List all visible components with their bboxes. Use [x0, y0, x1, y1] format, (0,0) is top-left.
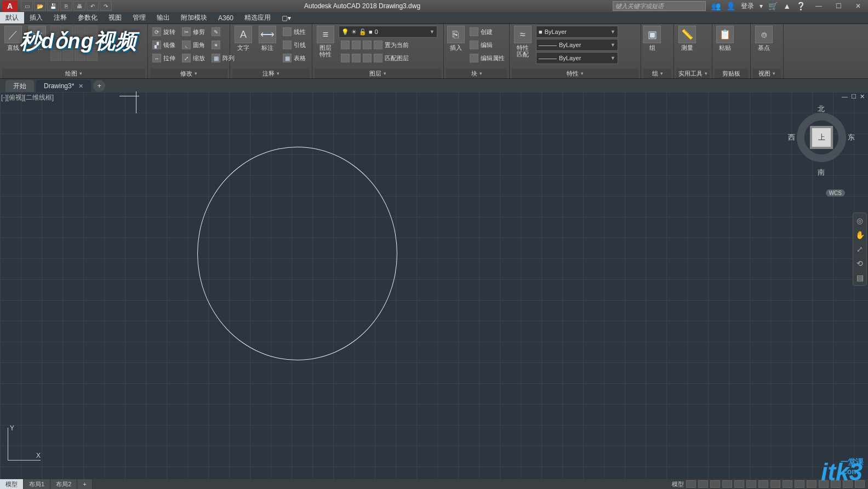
- viewcube-east[interactable]: 东: [848, 133, 855, 142]
- minimize-button[interactable]: —: [809, 0, 829, 12]
- snap-toggle-icon[interactable]: [698, 480, 708, 488]
- paste-button[interactable]: 📋粘贴: [715, 26, 735, 51]
- signin-icon[interactable]: 👥: [711, 2, 721, 10]
- drawing-tab[interactable]: Drawing3*✕: [36, 80, 91, 92]
- status-model-label[interactable]: 模型: [672, 480, 684, 488]
- match-layer-button[interactable]: 匹配图层: [339, 52, 441, 64]
- nav-zoom-icon[interactable]: ⤢: [856, 245, 863, 254]
- insert-block-button[interactable]: ⎘插入: [446, 26, 465, 51]
- wcs-badge[interactable]: WCS: [826, 189, 845, 197]
- add-layout-button[interactable]: +: [77, 479, 92, 489]
- panel-block-footer[interactable]: 块: [446, 68, 507, 78]
- panel-view-footer[interactable]: 视图: [753, 68, 781, 78]
- undo-icon[interactable]: ↶: [87, 1, 99, 11]
- tab-insert[interactable]: 插入: [24, 12, 48, 24]
- cut-icon[interactable]: [737, 26, 748, 37]
- panel-modify-footer[interactable]: 修改: [150, 68, 227, 78]
- color-dropdown[interactable]: ■ByLayer▼: [536, 26, 618, 38]
- vp-min-icon[interactable]: —: [842, 93, 848, 100]
- redo-icon[interactable]: ↷: [100, 1, 112, 11]
- tab-featured[interactable]: 精选应用: [239, 12, 276, 24]
- login-arrow-icon[interactable]: ▾: [760, 2, 763, 10]
- edit-block-button[interactable]: 编辑: [467, 39, 507, 51]
- cycling-icon[interactable]: [783, 480, 792, 488]
- stretch-button[interactable]: ↔拉伸: [150, 52, 178, 64]
- exchange-icon[interactable]: 🛒: [768, 2, 778, 10]
- table-button[interactable]: ▦表格: [281, 52, 308, 64]
- scale-button[interactable]: ⤢缩放: [180, 52, 207, 64]
- lineweight-dropdown[interactable]: ———ByLayer▼: [536, 39, 618, 51]
- panel-draw-footer[interactable]: 绘图: [2, 68, 145, 78]
- layout1-tab[interactable]: 布局1: [24, 479, 50, 489]
- search-input[interactable]: 键入关键字或短语: [613, 1, 706, 11]
- annoscale-icon[interactable]: [795, 480, 804, 488]
- help-icon[interactable]: ❔: [796, 2, 806, 10]
- panel-annotation-footer[interactable]: 注释: [232, 68, 310, 78]
- dimension-button[interactable]: ⟷标注: [256, 26, 278, 51]
- linear-button[interactable]: 线性: [281, 26, 308, 38]
- fillet-button[interactable]: ◟圆角: [180, 39, 207, 51]
- tab-a360[interactable]: A360: [213, 12, 239, 24]
- maximize-button[interactable]: ☐: [829, 0, 848, 12]
- otrack-toggle-icon[interactable]: [746, 480, 756, 488]
- layout2-tab[interactable]: 布局2: [50, 479, 77, 489]
- viewcube-west[interactable]: 西: [788, 133, 795, 142]
- panel-clipboard-footer[interactable]: 剪贴板: [715, 68, 748, 78]
- panel-group-footer[interactable]: 组: [643, 68, 671, 78]
- nav-pan-icon[interactable]: ✋: [855, 231, 865, 239]
- nav-showmotion-icon[interactable]: ▤: [856, 273, 864, 282]
- layer-props-button[interactable]: ≡图层 特性: [315, 26, 336, 57]
- edit-attr-button[interactable]: 编辑属性: [467, 52, 507, 64]
- model-tab[interactable]: 模型: [0, 479, 24, 489]
- mirror-button[interactable]: ▞镜像: [150, 39, 178, 51]
- tab-output[interactable]: 输出: [151, 12, 175, 24]
- rotate-button[interactable]: ⟳旋转: [150, 26, 178, 38]
- linetype-dropdown[interactable]: ———ByLayer▼: [536, 52, 618, 64]
- group-sub2-icon[interactable]: [663, 38, 674, 49]
- panel-properties-footer[interactable]: 特性: [512, 68, 638, 78]
- vp-close-icon[interactable]: ✕: [860, 93, 865, 100]
- viewcube-north[interactable]: 北: [818, 104, 825, 114]
- tab-overflow-icon[interactable]: ▢▾: [276, 12, 296, 24]
- panel-utilities-footer[interactable]: 实用工具: [676, 68, 710, 78]
- user-icon[interactable]: 👤: [726, 2, 735, 10]
- grid-toggle-icon[interactable]: [686, 480, 696, 488]
- lwt-toggle-icon[interactable]: [758, 480, 768, 488]
- panel-layer-footer[interactable]: 图层: [315, 68, 441, 78]
- viewcube[interactable]: 上 北 南 东 西: [791, 107, 852, 168]
- leader-button[interactable]: 引线: [281, 39, 308, 51]
- nav-orbit-icon[interactable]: ⟲: [856, 259, 863, 268]
- create-block-button[interactable]: 创建: [467, 26, 507, 38]
- copy-icon[interactable]: [737, 38, 748, 49]
- saveas-icon[interactable]: ⎘: [60, 1, 72, 11]
- basepoint-button[interactable]: ⌾基点: [753, 26, 775, 51]
- plot-icon[interactable]: 🖶: [73, 1, 85, 11]
- tab-view[interactable]: 视图: [103, 12, 127, 24]
- nav-wheel-icon[interactable]: ◎: [856, 216, 863, 225]
- workspace-icon[interactable]: [807, 480, 816, 488]
- viewcube-top[interactable]: 上: [812, 128, 831, 147]
- tab-default[interactable]: 默认: [0, 12, 24, 24]
- group-button[interactable]: ▣组: [643, 26, 661, 51]
- tab-annotate[interactable]: 注释: [48, 12, 72, 24]
- vp-max-icon[interactable]: ☐: [851, 93, 856, 100]
- polar-toggle-icon[interactable]: [722, 480, 732, 488]
- group-sub1-icon[interactable]: [663, 26, 674, 37]
- text-button[interactable]: A文字: [232, 26, 254, 51]
- viewcube-south[interactable]: 南: [818, 168, 825, 177]
- viewport-label[interactable]: [-][俯视][二维线框]: [1, 93, 54, 102]
- login-label[interactable]: 登录: [741, 2, 754, 11]
- make-current-button[interactable]: 置为当前: [339, 39, 441, 51]
- close-button[interactable]: ✕: [848, 0, 868, 12]
- open-icon[interactable]: 📂: [34, 1, 46, 11]
- match-props-button[interactable]: ≈特性 匹配: [512, 26, 534, 57]
- osnap-toggle-icon[interactable]: [734, 480, 744, 488]
- tab-manage[interactable]: 管理: [127, 12, 151, 24]
- drawing-canvas[interactable]: [-][俯视][二维线框] — ☐ ✕ Y X 上 北 南 东 西 WCS ◎ …: [0, 92, 868, 479]
- save-icon[interactable]: 💾: [47, 1, 59, 11]
- layer-dropdown[interactable]: 💡☀🔓■0 ▼: [339, 26, 437, 38]
- new-tab-button[interactable]: +: [93, 80, 105, 92]
- ortho-toggle-icon[interactable]: [710, 480, 720, 488]
- close-tab-icon[interactable]: ✕: [78, 83, 83, 90]
- tab-addins[interactable]: 附加模块: [175, 12, 213, 24]
